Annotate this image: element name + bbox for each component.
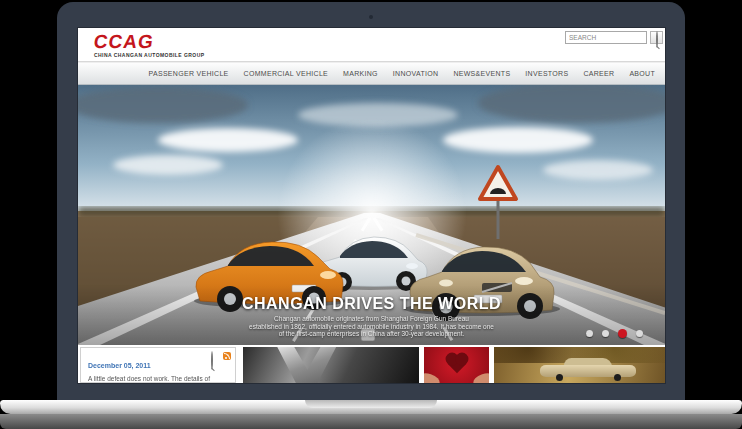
news-excerpt[interactable]: A little defeat does not work. The detai…: [88, 375, 230, 383]
hero-description-line: established in 1862, officially entered …: [78, 323, 665, 331]
hero-title: CHANGAN DRIVES THE WORLD: [78, 295, 665, 313]
search-icon: [656, 31, 658, 48]
carousel-dots: [586, 329, 643, 338]
heart-hands-thumbnail[interactable]: [424, 347, 489, 383]
laptop-base: [0, 400, 742, 414]
zoom-icon[interactable]: [211, 352, 219, 360]
hand-shape: [472, 371, 489, 383]
carousel-dot[interactable]: [602, 330, 609, 337]
mini-car-body: [540, 365, 636, 377]
mini-car-wheel: [556, 374, 563, 381]
nav-item-news-events[interactable]: NEWS&EVENTS: [453, 70, 510, 77]
mini-car-wheel: [614, 374, 621, 381]
nav-item-about[interactable]: ABOUT: [629, 70, 655, 77]
hero-banner: CHANGAN DRIVES THE WORLD Changan automob…: [78, 85, 665, 345]
carousel-dot[interactable]: [586, 330, 593, 337]
page: CCAG CHINA CHANGAN AUTOMOBILE GROUP PASS…: [0, 0, 742, 429]
metal-emblem-thumbnail[interactable]: [243, 347, 419, 383]
bottom-strip: December 05, 2011 A little defeat does n…: [78, 345, 665, 383]
heart-icon: [447, 355, 465, 373]
chrome-chevron-icon: [271, 347, 341, 383]
news-panel-icons: [211, 352, 231, 360]
search-button[interactable]: [650, 31, 663, 44]
news-panel: December 05, 2011 A little defeat does n…: [80, 347, 236, 383]
logo-text: CCAG: [93, 33, 206, 50]
nav-item-innovation[interactable]: INNOVATION: [393, 70, 439, 77]
site-header: CCAG CHINA CHANGAN AUTOMOBILE GROUP: [78, 28, 665, 62]
logo-subtext: CHINA CHANGAN AUTOMOBILE GROUP: [94, 52, 205, 58]
hero-description-line: of the first-camp enterprises in China a…: [78, 330, 665, 338]
nav-item-passenger-vehicle[interactable]: PASSENGER VEHICLE: [149, 70, 229, 77]
magnifier-icon: [211, 351, 213, 370]
nav-item-commercial-vehicle[interactable]: COMMERCIAL VEHICLE: [244, 70, 329, 77]
laptop-base-notch: [305, 400, 437, 408]
hand-shape: [424, 371, 441, 383]
autumn-car-thumbnail[interactable]: [494, 347, 665, 383]
nav-item-investors[interactable]: INVESTORS: [525, 70, 568, 77]
carousel-dot-active[interactable]: [618, 329, 627, 338]
nav-item-marking[interactable]: MARKING: [343, 70, 378, 77]
hero-description: Changan automobile originates from Shang…: [78, 315, 665, 338]
rss-icon[interactable]: [223, 352, 231, 360]
laptop-screen: CCAG CHINA CHANGAN AUTOMOBILE GROUP PASS…: [78, 28, 665, 383]
main-nav: PASSENGER VEHICLE COMMERCIAL VEHICLE MAR…: [78, 62, 665, 85]
webcam-icon: [369, 15, 373, 19]
laptop-base-edge: [0, 414, 742, 429]
search-input[interactable]: [565, 31, 647, 44]
hero-description-line: Changan automobile originates from Shang…: [78, 315, 665, 323]
site-logo[interactable]: CCAG CHINA CHANGAN AUTOMOBILE GROUP: [94, 33, 205, 58]
carousel-dot[interactable]: [636, 330, 643, 337]
nav-item-career[interactable]: CAREER: [583, 70, 614, 77]
news-date[interactable]: December 05, 2011: [88, 362, 151, 369]
